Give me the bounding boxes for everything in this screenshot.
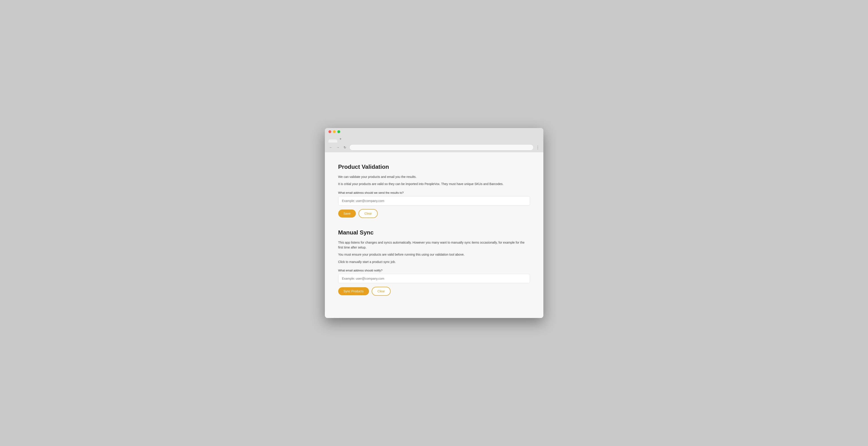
manual-sync-desc3: Click to manually start a product sync j… — [338, 260, 530, 264]
save-button[interactable]: Save — [338, 209, 356, 217]
new-tab-button[interactable]: + — [337, 135, 344, 142]
manual-sync-title: Manual Sync — [338, 229, 530, 236]
product-validation-desc1: We can validate your products and email … — [338, 174, 530, 179]
address-input[interactable] — [349, 144, 533, 150]
minimize-button[interactable] — [333, 130, 336, 133]
refresh-button[interactable]: ↻ — [343, 145, 347, 150]
browser-content: Product Validation We can validate your … — [325, 152, 544, 318]
manual-sync-desc1: This app listens for changes and syncs a… — [338, 240, 530, 250]
browser-tab[interactable] — [329, 139, 337, 142]
manual-sync-section: Manual Sync This app listens for changes… — [338, 229, 530, 296]
sync-email-label: What email address should notify? — [338, 269, 530, 272]
sync-email-input[interactable] — [338, 274, 530, 283]
traffic-lights — [329, 130, 540, 133]
sync-clear-button[interactable]: Clear — [372, 287, 391, 296]
validation-clear-button[interactable]: Clear — [359, 209, 377, 218]
browser-chrome: + — [325, 128, 544, 142]
product-validation-section: Product Validation We can validate your … — [338, 164, 530, 218]
maximize-button[interactable] — [337, 130, 340, 133]
close-button[interactable] — [329, 130, 331, 133]
browser-window: + ← → ↻ ⋮ Product Validation We can vali… — [325, 128, 544, 318]
tab-bar: + — [329, 135, 540, 142]
validation-button-group: Save Clear — [338, 209, 530, 218]
product-validation-desc2: It is critial your products are valid so… — [338, 181, 530, 186]
browser-menu-button[interactable]: ⋮ — [536, 145, 540, 150]
sync-email-group: What email address should notify? — [338, 269, 530, 283]
validation-email-label: What email address should we send the re… — [338, 191, 530, 194]
validation-email-input[interactable] — [338, 196, 530, 206]
sync-products-button[interactable]: Sync Products — [338, 287, 369, 295]
manual-sync-desc2: You must ensure your products are valid … — [338, 252, 530, 257]
forward-button[interactable]: → — [336, 145, 340, 150]
product-validation-title: Product Validation — [338, 164, 530, 170]
address-bar-row: ← → ↻ ⋮ — [325, 142, 544, 152]
validation-email-group: What email address should we send the re… — [338, 191, 530, 206]
sync-button-group: Sync Products Clear — [338, 287, 530, 296]
back-button[interactable]: ← — [329, 145, 333, 150]
